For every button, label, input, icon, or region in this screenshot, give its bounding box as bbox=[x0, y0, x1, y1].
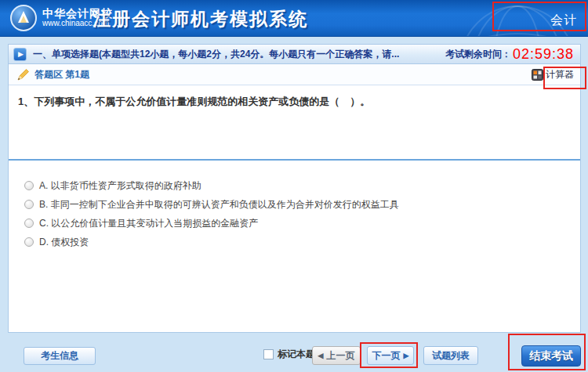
footer-bar: 考生信息 标记本题 ◀ 上一页 下一页 ▶ 试题列表 结束考试 bbox=[0, 333, 588, 372]
option-radio-a[interactable] bbox=[24, 181, 34, 190]
prev-page-button[interactable]: ◀ 上一页 bbox=[312, 346, 361, 365]
calculator-label: 计算器 bbox=[546, 68, 574, 81]
timer-value: 02:59:38 bbox=[513, 46, 574, 63]
question-panel: 答题区 第1题 计算器 1、下列事项中，不属于公允价值计量准则规范的相关资产或负… bbox=[8, 64, 581, 333]
brand-logo-icon bbox=[9, 4, 38, 32]
option-text-d: D. 债权投资 bbox=[39, 236, 89, 249]
section-header-bar: ▶ 一、单项选择题(本题型共12小题，每小题2分，共24分。每小题只有一个正确答… bbox=[8, 44, 581, 64]
option-row-b[interactable]: B. 非同一控制下企业合并中取得的可辨认资产和负债以及作为合并对价发行的权益工具 bbox=[24, 195, 580, 214]
candidate-info-button[interactable]: 考生信息 bbox=[24, 347, 96, 365]
play-icon: ▶ bbox=[13, 48, 27, 61]
option-row-c[interactable]: C. 以公允价值计量且其变动计入当期损益的金融资产 bbox=[24, 214, 580, 233]
option-radio-d[interactable] bbox=[24, 237, 34, 247]
question-text: 1、下列事项中，不属于公允价值计量准则规范的相关资产或负债的是（ ）。 bbox=[18, 94, 569, 110]
calculator-button[interactable]: 计算器 bbox=[532, 68, 574, 81]
left-arrow-icon: ◀ bbox=[318, 352, 324, 359]
subject-label: 会计 bbox=[550, 13, 577, 29]
question-area: 1、下列事项中，不属于公允价值计量准则规范的相关资产或负债的是（ ）。 bbox=[9, 86, 580, 159]
option-text-b: B. 非同一控制下企业合并中取得的可辨认资产和负债以及作为合并对价发行的权益工具 bbox=[39, 198, 399, 211]
mark-question-label: 标记本题 bbox=[278, 348, 315, 361]
answer-area-title: 答题区 第1题 bbox=[34, 68, 89, 81]
option-text-a: A. 以非货币性资产形式取得的政府补助 bbox=[39, 179, 201, 193]
calculator-icon bbox=[532, 69, 543, 81]
section-title: 一、单项选择题(本题型共12小题，每小题2分，共24分。每小题只有一个正确答案，… bbox=[33, 48, 445, 61]
app-header: 中华会计网校 www.chinaacc.com 注册会计师机考模拟系统 会计 bbox=[0, 0, 588, 37]
question-list-button[interactable]: 试题列表 bbox=[423, 346, 478, 365]
option-row-a[interactable]: A. 以非货币性资产形式取得的政府补助 bbox=[24, 176, 580, 195]
mark-question-control: 标记本题 bbox=[263, 348, 315, 361]
next-page-button[interactable]: 下一页 ▶ bbox=[367, 346, 414, 365]
next-page-label: 下一页 bbox=[372, 349, 401, 363]
options-area: A. 以非货币性资产形式取得的政府补助 B. 非同一控制下企业合并中取得的可辨认… bbox=[9, 159, 580, 333]
exam-timer: 考试剩余时间： 02:59:38 bbox=[445, 46, 574, 63]
option-radio-c[interactable] bbox=[24, 219, 34, 228]
right-arrow-icon: ▶ bbox=[404, 352, 409, 359]
prev-page-label: 上一页 bbox=[326, 349, 354, 363]
option-text-c: C. 以公允价值计量且其变动计入当期损益的金融资产 bbox=[39, 217, 258, 230]
pencil-icon bbox=[16, 68, 30, 81]
answer-area-header: 答题区 第1题 计算器 bbox=[9, 64, 580, 85]
option-row-d[interactable]: D. 债权投资 bbox=[24, 233, 580, 251]
timer-label: 考试剩余时间： bbox=[445, 48, 511, 61]
option-radio-b[interactable] bbox=[24, 200, 34, 209]
page-title: 注册会计师机考模拟系统 bbox=[93, 7, 308, 31]
end-exam-button[interactable]: 结束考试 bbox=[521, 345, 581, 367]
mark-question-checkbox[interactable] bbox=[263, 349, 274, 359]
